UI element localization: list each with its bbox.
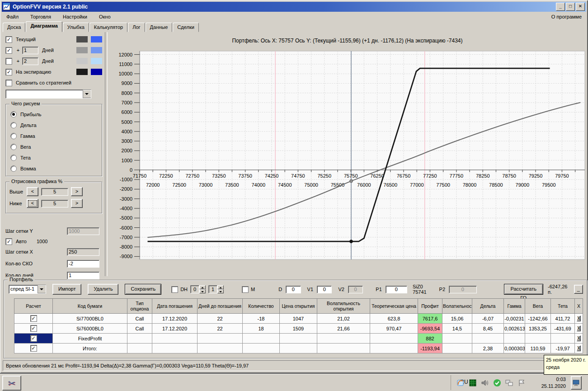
m-checkbox[interactable] (242, 286, 249, 293)
menu-file[interactable]: Файл (6, 14, 19, 19)
row-delete-button[interactable]: X (577, 325, 581, 331)
p2-input[interactable]: 0 (449, 286, 477, 293)
grid-status-icon[interactable] (469, 379, 477, 387)
flag-icon[interactable] (517, 379, 526, 387)
plus2-checkbox[interactable] (5, 58, 12, 65)
import-button[interactable]: Импорт (52, 284, 81, 295)
row-delete-button[interactable]: X (577, 345, 581, 351)
dh-spinner-1[interactable]: 0 (190, 285, 206, 293)
below-increment-button[interactable]: > (71, 199, 83, 208)
maximize-button[interactable]: □ (566, 3, 575, 11)
row-delete-button[interactable]: X (577, 335, 581, 341)
tab-Доска[interactable]: Доска (3, 23, 25, 32)
tab-Калькулятор[interactable]: Калькулятор (89, 23, 127, 32)
col-header-open_price[interactable]: Цена открытия (280, 299, 317, 314)
radio-row-Вега[interactable]: Вега (10, 141, 98, 152)
radio-Вомма[interactable] (10, 165, 17, 172)
auto-checkbox[interactable] (5, 238, 12, 245)
col-header-theo[interactable]: Теоретическая цена (370, 299, 418, 314)
col-header-days[interactable]: Дней до погашения (198, 299, 243, 314)
p1-input[interactable]: 0 (386, 286, 407, 293)
col-header-open_vol[interactable]: Волатильность открытия (317, 299, 370, 314)
update-check-icon[interactable] (493, 379, 501, 387)
spin-up-icon[interactable] (217, 285, 224, 289)
col-header-qty[interactable]: Количество (243, 299, 280, 314)
calc-go-button[interactable]: Рассчитать ГО (504, 284, 543, 295)
current-checkbox[interactable] (5, 36, 12, 43)
strategy-dropdown[interactable] (5, 90, 91, 99)
v2-input[interactable]: 0 (348, 286, 363, 293)
col-header-delta[interactable]: Дельта (472, 299, 504, 314)
days-input[interactable]: 1 (67, 272, 99, 279)
save-button[interactable]: Сохранить (125, 284, 161, 295)
collapse-button[interactable]: _ (574, 285, 583, 294)
col-header-theta[interactable]: Тета (551, 299, 575, 314)
v1-input[interactable]: 0 (317, 286, 332, 293)
grid-y-input[interactable]: 1000 (67, 227, 99, 235)
close-button[interactable]: ✕ (576, 3, 585, 11)
col-header-profit[interactable]: Профит (418, 299, 442, 314)
col-header-gamma[interactable]: Гамма (504, 299, 525, 314)
spin-up-icon[interactable] (199, 285, 206, 289)
row-calc-checkbox[interactable] (30, 335, 37, 342)
compare-strategy-checkbox[interactable] (5, 80, 12, 86)
radio-row-Тета[interactable]: Тета (10, 152, 98, 163)
preset-dropdown[interactable]: спред SI-1 (9, 285, 46, 294)
above-decrement-button[interactable]: < (27, 187, 38, 196)
taskbar-clock[interactable]: 0:03 25.11.2020 (532, 376, 566, 390)
dh-checkbox[interactable] (171, 286, 178, 293)
col-header-type[interactable]: Тип опциона (127, 299, 152, 314)
col-header-x[interactable]: X (575, 299, 583, 314)
radio-Прибыль[interactable] (10, 111, 17, 118)
below-decrement-button[interactable]: < (27, 199, 38, 208)
radio-row-Вомма[interactable]: Вомма (10, 163, 98, 174)
tab-Улыбка[interactable]: Улыбка (63, 23, 89, 32)
d-input[interactable]: 0 (286, 286, 301, 293)
delete-button[interactable]: Удалить (88, 284, 118, 295)
col-header-vega[interactable]: Вега (525, 299, 551, 314)
radio-Тета[interactable] (10, 155, 17, 161)
radio-Вега[interactable] (10, 144, 17, 150)
spin-down-icon[interactable] (199, 289, 206, 293)
network-icon[interactable] (505, 379, 513, 387)
volume-icon[interactable] (481, 379, 489, 387)
row-delete-button[interactable]: X (577, 316, 581, 321)
spin-down-icon[interactable] (217, 289, 224, 293)
menu-window[interactable]: Окно (99, 14, 111, 19)
col-header-vol[interactable]: Волатильность (442, 299, 472, 314)
row-calc-checkbox[interactable] (30, 315, 37, 322)
grid-x-input[interactable]: 250 (67, 248, 99, 256)
menu-settings[interactable]: Настройки (63, 14, 87, 19)
radio-Гамма[interactable] (10, 133, 17, 139)
above-value-input[interactable]: 5 (41, 188, 68, 196)
minimize-button[interactable]: _ (556, 3, 565, 11)
expiration-checkbox[interactable] (5, 69, 12, 75)
col-header-code[interactable]: Код бумаги (53, 299, 127, 314)
row-calc-checkbox[interactable] (30, 345, 37, 352)
plus1-checkbox[interactable] (5, 47, 12, 54)
radio-row-Гамма[interactable]: Гамма (10, 131, 98, 141)
radio-row-Прибыль[interactable]: Прибыль (10, 109, 98, 120)
tab-Данные[interactable]: Данные (146, 23, 173, 32)
row-calc-checkbox[interactable] (30, 325, 37, 332)
show-desktop-button[interactable] (571, 376, 582, 390)
plus2-days-input[interactable]: 2 (22, 57, 38, 65)
preset-dropdown-button[interactable] (38, 285, 46, 293)
tab-Диаграмма[interactable]: Диаграмма (26, 21, 62, 32)
col-header-check[interactable]: Расчет (14, 299, 53, 314)
app-tray-icon[interactable] (456, 379, 465, 387)
above-increment-button[interactable]: > (71, 187, 83, 196)
col-header-date[interactable]: Дата погашения (152, 299, 198, 314)
radio-Дельта[interactable] (10, 122, 17, 128)
tab-Лог[interactable]: Лог (128, 23, 145, 32)
tab-Сделки[interactable]: Сделки (173, 23, 199, 32)
below-value-input[interactable]: 5 (41, 200, 68, 207)
plus1-days-input[interactable]: 1 (22, 47, 38, 54)
pnl-chart[interactable]: -9000-8000-7000-6000-5000-4000-3000-2000… (107, 46, 588, 275)
menu-trading[interactable]: Торговля (30, 14, 51, 19)
strategy-dropdown-button[interactable] (83, 90, 91, 98)
snipping-tool-button[interactable]: ✂ (2, 376, 21, 391)
sko-input[interactable]: -2 (67, 260, 99, 268)
menu-about[interactable]: О программе (551, 14, 582, 19)
radio-row-Дельта[interactable]: Дельта (10, 120, 98, 131)
